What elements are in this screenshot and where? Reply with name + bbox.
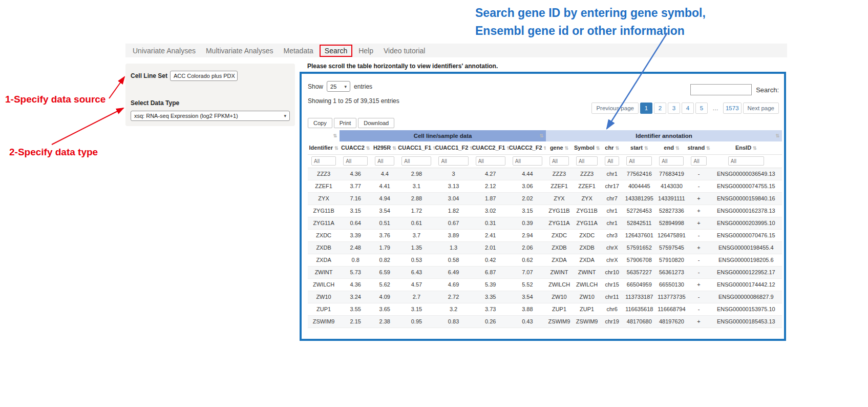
nav-item-search[interactable]: Search (320, 45, 352, 57)
table-row-zyx[interactable]: ZYX7.164.942.883.041.872.02ZYXZYXchr7143… (308, 192, 782, 205)
filter-input-start[interactable] (626, 156, 652, 166)
page-number-2[interactable]: 2 (654, 103, 666, 114)
cell-start: 57906708 (623, 254, 655, 266)
page-number-list: 12345…1573 (640, 103, 742, 114)
filter-input-end[interactable] (659, 156, 684, 166)
page-number-1573[interactable]: 1573 (723, 103, 742, 114)
identifier-group-cell[interactable]: ⇅ (308, 130, 340, 141)
filter-input-strand[interactable] (691, 156, 706, 166)
filter-input-identifier[interactable] (311, 156, 336, 166)
cell-ensid: ENSG00000162378.13 (710, 205, 782, 217)
cell-ensid: ENSG00000198455.4 (710, 241, 782, 254)
cell-gene: ZXDB (546, 241, 573, 254)
table-row-zxda[interactable]: ZXDA0.80.820.530.580.420.62ZXDAZXDAchrX5… (308, 254, 782, 266)
page-number-3[interactable]: 3 (668, 103, 680, 114)
cell-strand: + (687, 241, 710, 254)
next-page-button[interactable]: Next page (743, 103, 779, 114)
cell-cuacc2_f1: 0.31 (472, 217, 509, 229)
download-button[interactable]: Download (358, 118, 394, 128)
filter-input-symbol[interactable] (576, 156, 598, 166)
column-header-chr[interactable]: chr⇅ (601, 141, 623, 154)
table-row-zwilch[interactable]: ZWILCH4.365.624.574.695.395.52ZWILCHZWIL… (308, 278, 782, 291)
table-row-zwint[interactable]: ZWINT5.736.596.436.496.877.07ZWINTZWINTc… (308, 266, 782, 278)
table-row-zzef1[interactable]: ZZEF13.774.413.13.132.123.06ZZEF1ZZEF1ch… (308, 180, 782, 192)
page-length-select[interactable]: 25 ▾ (327, 81, 350, 92)
filter-input-cuacc2[interactable] (343, 156, 368, 166)
red-annotation-data-type: 2-Specify data type (9, 147, 98, 158)
page-number-4[interactable]: 4 (682, 103, 694, 114)
cell-ensid: ENSG00000153975.10 (710, 303, 782, 315)
nav-item-multivariate-analyses[interactable]: Multivariate Analyses (201, 47, 279, 55)
table-row-zxdb[interactable]: ZXDB2.481.791.351.32.012.06ZXDBZXDBchrX5… (308, 241, 782, 254)
column-header-cuacc2[interactable]: CUACC2⇅ (340, 141, 371, 154)
filter-cell-cuacc1_f2 (435, 154, 472, 168)
table-row-zw10[interactable]: ZW103.244.092.72.723.353.54ZW10ZW10chr11… (308, 291, 782, 303)
filter-input-cuacc1_f1[interactable] (401, 156, 431, 166)
sort-icon: ⇅ (775, 133, 779, 138)
previous-page-button[interactable]: Previous page (591, 103, 639, 114)
cell-strand: - (687, 254, 710, 266)
nav-item-help[interactable]: Help (353, 47, 378, 55)
filter-input-cuacc1_f2[interactable] (438, 156, 468, 166)
cell-start: 57591652 (623, 241, 655, 254)
column-header-identifier[interactable]: Identifier⇅ (308, 141, 340, 154)
cell-cuacc1_f2: 2.72 (435, 291, 472, 303)
print-button[interactable]: Print (334, 118, 357, 128)
column-header-cuacc2_f1[interactable]: CUACC2_F1⇅ (472, 141, 509, 154)
filter-input-gene[interactable] (549, 156, 569, 166)
table-search: Search: (690, 84, 779, 95)
page-number-1[interactable]: 1 (640, 103, 652, 114)
cell-identifier: ZYX (308, 192, 340, 205)
data-type-label: Select Data Type (131, 99, 290, 107)
column-label: start (630, 145, 643, 151)
filter-input-chr[interactable] (605, 156, 619, 166)
filter-input-h295r[interactable] (375, 156, 394, 166)
cell-cuacc2_f1: 6.87 (472, 266, 509, 278)
table-row-zup1[interactable]: ZUP13.553.653.153.23.733.88ZUP1ZUP1chr61… (308, 303, 782, 315)
column-header-strand[interactable]: strand⇅ (687, 141, 710, 154)
table-row-zswim9[interactable]: ZSWIM92.152.380.950.830.260.43ZSWIM9ZSWI… (308, 315, 782, 328)
search-input[interactable] (690, 84, 752, 95)
column-header-symbol[interactable]: Symbol⇅ (573, 141, 601, 154)
column-header-end[interactable]: end⇅ (655, 141, 687, 154)
filter-input-ensid[interactable] (728, 156, 764, 166)
cell-cuacc2_f2: 3.54 (509, 291, 546, 303)
filter-input-cuacc2_f1[interactable] (476, 156, 505, 166)
cell-line-set-select[interactable]: ACC Colorado plus PDX ▾ (170, 71, 238, 81)
cell-identifier: ZUP1 (308, 303, 340, 315)
filter-cell-start (623, 154, 655, 168)
table-row-zyg11b[interactable]: ZYG11B3.153.541.721.823.023.15ZYG11BZYG1… (308, 205, 782, 217)
cell-cuacc1_f1: 6.43 (398, 266, 435, 278)
nav-item-metadata[interactable]: Metadata (278, 47, 318, 55)
group-header-samples[interactable]: Cell line/sample data ⇅ (340, 130, 546, 141)
filter-input-cuacc2_f2[interactable] (513, 156, 542, 166)
copy-button[interactable]: Copy (308, 118, 332, 128)
column-header-gene[interactable]: gene⇅ (546, 141, 573, 154)
group-header-annotation[interactable]: Identifier annotation ⇅ (546, 130, 782, 141)
cell-ensid: ENSG00000086827.9 (710, 291, 782, 303)
nav-item-univariate-analyses[interactable]: Univariate Analyses (128, 47, 201, 55)
filter-cell-ensid (710, 154, 782, 168)
column-header-ensid[interactable]: EnsID⇅ (710, 141, 782, 154)
page-number-5[interactable]: 5 (695, 103, 708, 114)
cell-end: 77683419 (655, 168, 687, 180)
column-header-cuacc1_f1[interactable]: CUACC1_F1⇅ (398, 141, 435, 154)
column-label: strand (687, 145, 705, 151)
cell-cuacc2_f2: 2.94 (509, 229, 546, 241)
sort-icon: ⇅ (539, 133, 543, 138)
table-row-zxdc[interactable]: ZXDC3.393.763.73.892.412.94ZXDCZXDCchr31… (308, 229, 782, 241)
sort-icon: ⇅ (675, 146, 680, 151)
cell-cuacc2: 4.36 (340, 168, 371, 180)
cell-cuacc2_f1: 4.27 (472, 168, 509, 180)
column-header-start[interactable]: start⇅ (623, 141, 655, 154)
column-header-cuacc1_f2[interactable]: CUACC1_F2⇅ (435, 141, 472, 154)
table-row-zyg11a[interactable]: ZYG11A0.640.510.610.670.310.39ZYG11AZYG1… (308, 217, 782, 229)
data-type-select[interactable]: xsq: RNA-seq Expression (log2 FPKM+1) ▾ (131, 111, 290, 121)
cell-ensid: ENSG00000074755.15 (710, 180, 782, 192)
blue-note-line2: Ensembl gene id or other information (475, 22, 706, 40)
cell-cuacc2: 0.8 (340, 254, 371, 266)
column-header-h295r[interactable]: H295R⇅ (371, 141, 398, 154)
nav-item-video-tutorial[interactable]: Video tutorial (378, 47, 430, 55)
column-header-cuacc2_f2[interactable]: CUACC2_F2⇅ (509, 141, 546, 154)
table-row-zzz3[interactable]: ZZZ34.364.42.9834.274.44ZZZ3ZZZ3chr17756… (308, 168, 782, 180)
